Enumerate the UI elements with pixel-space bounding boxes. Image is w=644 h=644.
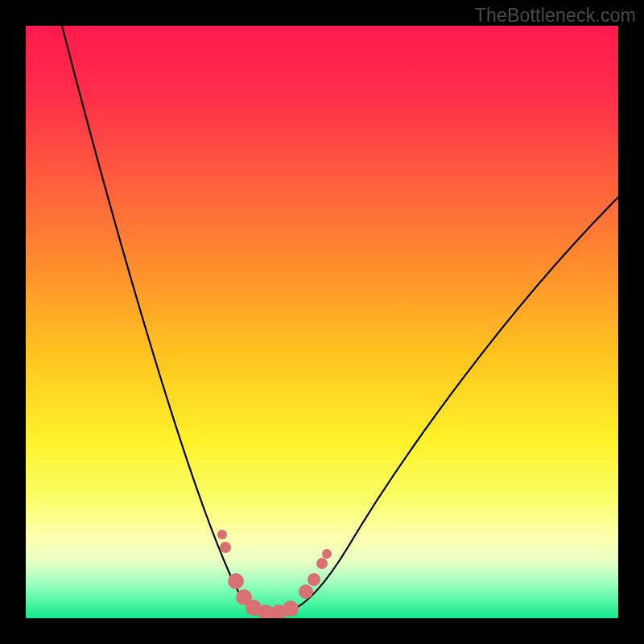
valley-marker <box>220 542 231 553</box>
gradient-background <box>26 26 618 618</box>
attribution-text: TheBottleneck.com <box>475 5 636 27</box>
valley-marker <box>283 601 299 617</box>
valley-marker <box>322 549 332 559</box>
bottleneck-chart <box>26 26 618 618</box>
valley-marker <box>316 558 328 569</box>
chart-frame <box>26 26 618 618</box>
valley-marker <box>299 584 313 599</box>
valley-marker <box>228 573 244 589</box>
valley-marker <box>308 573 320 586</box>
valley-marker <box>217 530 227 539</box>
